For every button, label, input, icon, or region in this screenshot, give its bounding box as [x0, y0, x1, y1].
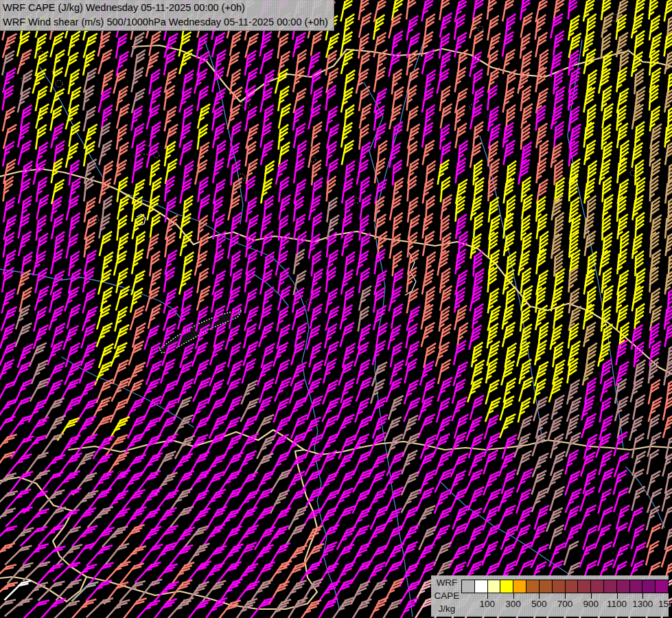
legend-swatch [540, 580, 553, 593]
legend-label-unit: J/kg [432, 602, 461, 615]
legend-swatch [617, 580, 630, 593]
legend-swatch [475, 580, 488, 593]
legend-swatch [656, 580, 668, 593]
legend-label-wrf: WRF [432, 576, 461, 589]
legend-label-cape: CAPE [432, 589, 461, 602]
legend-colorbar [461, 580, 669, 593]
legend-tick-mark [591, 593, 592, 599]
weather-map-canvas [0, 0, 672, 618]
legend-swatch [604, 580, 617, 593]
legend-tick-mark [642, 593, 643, 599]
title-line-cape: WRF CAPE (J/kg) Wednesday 05-11-2025 00:… [3, 1, 334, 15]
legend-swatch [488, 580, 501, 593]
legend-swatch [630, 580, 643, 593]
legend-swatch [513, 580, 526, 593]
legend-label-block: WRF CAPE J/kg [432, 576, 461, 615]
legend-swatch [553, 580, 566, 593]
legend-tick-mark [487, 593, 488, 599]
legend-swatch [500, 580, 513, 593]
legend-swatch [526, 580, 540, 593]
legend-tick-label: 1500 [653, 599, 672, 609]
legend-swatch [566, 580, 579, 593]
legend-swatch [642, 580, 656, 593]
legend-tick-mark [565, 593, 566, 599]
title-line-windshear: WRF Wind shear (m/s) 500/1000hPa Wednesd… [3, 15, 334, 30]
cape-legend: WRF CAPE J/kg 10030050070090011001300150… [431, 575, 669, 617]
title-box: WRF CAPE (J/kg) Wednesday 05-11-2025 00:… [0, 0, 334, 31]
weather-map-screenshot: WRF CAPE (J/kg) Wednesday 05-11-2025 00:… [0, 0, 672, 618]
legend-swatch [591, 580, 604, 593]
legend-tick-mark [669, 593, 669, 599]
legend-swatch [578, 580, 591, 593]
legend-tick-mark [617, 593, 618, 599]
legend-swatch [462, 580, 475, 593]
legend-tick-mark [539, 593, 540, 599]
legend-tick-mark [513, 593, 514, 599]
